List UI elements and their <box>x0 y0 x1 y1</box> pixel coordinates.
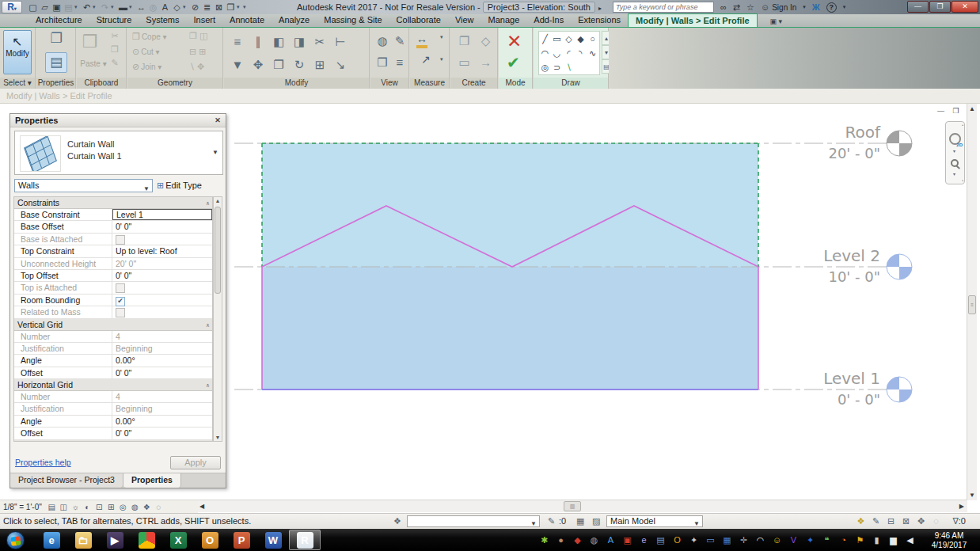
level-annotation[interactable]: Roof 20' - 0" <box>798 121 917 167</box>
cancel-edit-mode-icon[interactable]: ✕ <box>507 31 522 52</box>
application-menu-button[interactable]: R▾ <box>2 1 22 13</box>
create-similar-icon[interactable]: ◇ <box>475 30 496 51</box>
editing-requests-icon[interactable]: ✎ <box>548 514 555 529</box>
paste-icon[interactable]: ❒ <box>82 32 98 52</box>
zoom-caret-icon[interactable]: ▾ <box>953 171 955 177</box>
mirror-pick-axis-icon[interactable]: ◧ <box>268 30 289 53</box>
redo-icon[interactable]: ↷ <box>99 2 111 13</box>
redo-caret-icon[interactable]: ▾ <box>111 4 117 10</box>
property-value[interactable]: 0' 0" <box>112 221 212 232</box>
property-row[interactable]: Number 4 <box>14 331 212 343</box>
scroll-down-icon[interactable]: ▼ <box>967 492 977 499</box>
join-label[interactable]: Join ▾ <box>141 63 161 71</box>
close-button[interactable]: ✕ <box>952 1 978 13</box>
minimize-button[interactable]: — <box>907 1 929 13</box>
ribbon-tab[interactable]: Architecture <box>28 13 89 27</box>
property-row[interactable]: Related to Mass <box>14 306 212 318</box>
rotate-icon[interactable]: ↻ <box>289 53 310 76</box>
level-head-icon[interactable] <box>886 130 913 157</box>
demolish-icon[interactable]: ∖ ✥ <box>189 62 204 72</box>
shadows-icon[interactable]: ◐ <box>82 503 93 511</box>
property-value[interactable]: 20' 0" <box>112 258 212 269</box>
editable-only-icon[interactable]: ✎ <box>868 514 883 529</box>
tray-flag-icon[interactable]: ⚑ <box>852 535 868 545</box>
property-section-header[interactable]: Constraints « <box>14 197 212 209</box>
internet-explorer-icon[interactable]: e <box>36 530 67 550</box>
property-value[interactable] <box>112 306 212 317</box>
property-value[interactable] <box>112 282 212 293</box>
property-section-header[interactable]: Vertical Grid « <box>14 319 212 331</box>
property-row[interactable]: Top is Attached <box>14 282 212 294</box>
property-row[interactable]: Offset 0' 0" <box>14 428 212 439</box>
ribbon-tab[interactable]: Systems <box>139 13 186 27</box>
show-crop-region-icon[interactable]: ⊞ <box>105 503 117 511</box>
section-collapse-icon[interactable]: « <box>202 384 213 387</box>
sign-in-button[interactable]: Sign In <box>772 3 796 12</box>
excel-icon[interactable]: X <box>162 530 194 550</box>
property-value[interactable] <box>112 234 212 245</box>
background-process-icon[interactable]: ◌ <box>929 514 944 529</box>
new-file-icon[interactable]: ▢ <box>27 2 39 13</box>
taskbar-clock[interactable]: 9:46 AM 4/19/2017 <box>921 530 977 550</box>
close-hidden-windows-icon[interactable]: ⊠ <box>213 2 225 13</box>
section-icon[interactable]: ⊘ <box>189 2 201 13</box>
word-icon[interactable]: W <box>257 530 289 550</box>
property-value[interactable]: 4 <box>112 331 212 342</box>
design-options-icon[interactable]: ▨ <box>592 514 600 529</box>
tray-adobe-pdf-icon[interactable]: ▣ <box>619 535 636 545</box>
switch-caret-icon[interactable]: ▾ <box>237 4 243 10</box>
print-icon[interactable]: ▤ <box>63 2 74 13</box>
create-group-icon[interactable]: ❐ <box>454 30 475 51</box>
center-ends-arc-icon[interactable]: ◡ <box>551 46 563 60</box>
tray-autodesk-icon[interactable]: A <box>602 535 619 545</box>
tray-office-icon[interactable]: O <box>669 535 686 545</box>
text-icon[interactable]: A <box>159 2 171 12</box>
ribbon-tab[interactable]: Annotate <box>222 13 272 27</box>
measure-caret-icon[interactable]: ▾ <box>440 34 443 40</box>
spline-tool-icon[interactable]: ∿ <box>587 46 598 60</box>
level-elevation[interactable]: 10' - 0" <box>798 268 880 285</box>
tray-battery-icon[interactable]: ▮ <box>868 535 885 545</box>
section-collapse-icon[interactable]: « <box>202 202 213 205</box>
manage-links-icon[interactable]: ▦ <box>576 514 584 529</box>
tray-network-icon[interactable]: ▆ <box>885 535 902 545</box>
switch-windows-icon[interactable]: ❐ <box>225 2 237 13</box>
3d-caret-icon[interactable]: ▾ <box>183 4 189 10</box>
ribbon-tab[interactable]: Modify | Walls > Edit Profile <box>628 13 758 27</box>
tray-snagit-icon[interactable]: ✱ <box>536 535 553 545</box>
ribbon-tab[interactable]: Insert <box>187 13 223 27</box>
file-explorer-icon[interactable]: 🗀 <box>67 530 99 550</box>
type-selector-caret-icon[interactable]: ▼ <box>212 149 218 156</box>
property-value[interactable]: Beginning <box>112 343 212 354</box>
pin-icon[interactable]: ▼ <box>227 53 248 76</box>
worksets-select[interactable]: ▼ <box>407 515 540 527</box>
temporary-hide-isolate-icon[interactable]: ◎ <box>117 503 129 511</box>
line-tool-icon[interactable]: ╱ <box>539 32 551 46</box>
property-row[interactable]: Base Offset 0' 0" <box>14 221 212 233</box>
visual-style-icon[interactable]: ◫ <box>58 503 70 511</box>
hide-elements-icon[interactable]: ❒ <box>374 51 391 73</box>
section-collapse-icon[interactable]: « <box>202 323 213 326</box>
wheel-caret-icon[interactable]: ▾ <box>953 148 955 154</box>
level-annotation[interactable]: Level 2 10' - 0" <box>798 245 917 291</box>
ribbon-tab[interactable]: Structure <box>89 13 139 27</box>
outlook-icon[interactable]: O <box>194 530 226 550</box>
tag-icon[interactable]: ◎ <box>147 2 159 13</box>
undo-caret-icon[interactable]: ▾ <box>93 4 99 10</box>
aligned-dimension-icon[interactable]: ↔ <box>135 2 147 12</box>
tray-display-icon[interactable]: ▭ <box>702 535 719 545</box>
property-row[interactable]: Justification Beginning <box>14 343 212 355</box>
tray-messenger-icon[interactable]: ☺ <box>769 535 785 545</box>
scroll-up-icon[interactable]: ▲ <box>967 105 977 112</box>
ellipse-tool-icon[interactable]: ◎ <box>539 60 551 74</box>
wall-joins-icon[interactable]: ❐ ◫ <box>189 31 207 41</box>
press-drag-icon[interactable]: ✥ <box>914 514 929 529</box>
grid-scroll-down-icon[interactable]: ▼ <box>214 435 222 440</box>
inscribed-polygon-icon[interactable]: ◇ <box>563 32 575 46</box>
level-name[interactable]: Level 2 <box>798 246 880 265</box>
steering-wheel-icon[interactable] <box>949 133 961 145</box>
property-row[interactable]: Angle 0.00° <box>14 416 212 428</box>
level-name[interactable]: Level 1 <box>798 369 880 388</box>
split-element-icon[interactable]: ✂ <box>310 30 330 53</box>
start-end-radius-arc-icon[interactable]: ◠ <box>539 46 551 60</box>
